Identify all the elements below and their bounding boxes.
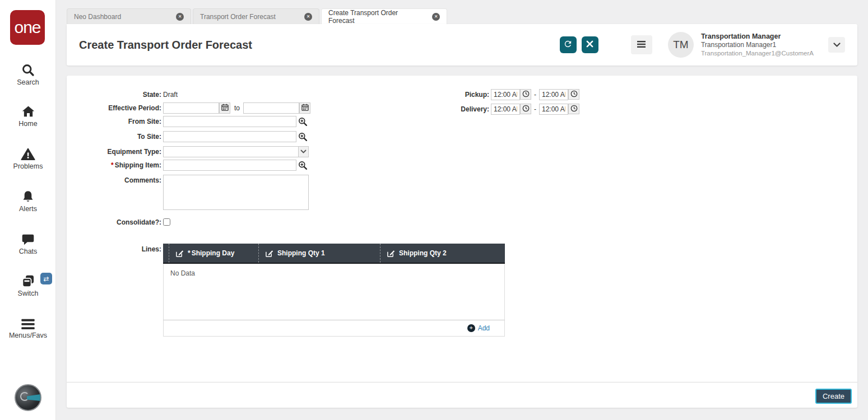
neo-assistant-icon[interactable]	[15, 384, 41, 411]
delivery-end-input[interactable]	[539, 104, 568, 115]
refresh-icon	[563, 39, 573, 50]
tab-transport-order-forecast[interactable]: Transport Order Forecast ✕	[193, 8, 319, 24]
tab-close-icon[interactable]: ✕	[432, 13, 440, 21]
bell-icon	[0, 189, 56, 204]
column-label: Shipping Qty 1	[277, 249, 325, 257]
header-menu-button[interactable]	[631, 35, 652, 54]
pickup-end-input[interactable]	[539, 89, 568, 100]
column-label: Shipping Day	[192, 249, 235, 257]
delivery-start-input[interactable]	[491, 104, 520, 115]
clock-icon	[570, 105, 578, 114]
tab-close-icon[interactable]: ✕	[176, 13, 184, 21]
pickup-start-timebox	[491, 89, 531, 100]
sidebar-item-label: Problems	[0, 162, 56, 170]
tab-neo-dashboard[interactable]: Neo Dashboard ✕	[67, 8, 191, 24]
effective-period-end-input[interactable]	[243, 102, 299, 114]
sidebar-item-label: Menus/Favs	[0, 332, 56, 339]
add-line-button[interactable]: + Add	[467, 324, 490, 332]
delivery-row: Delivery: -	[405, 104, 579, 115]
comments-row: Comments:	[67, 175, 505, 210]
sidebar-item-home[interactable]: Home	[0, 104, 56, 128]
from-site-label: From Site:	[67, 116, 163, 125]
one-logo-text: one	[14, 18, 40, 37]
tab-create-transport-order-forecast[interactable]: Create Transport Order Forecast ✕	[321, 8, 447, 26]
pickup-start-input[interactable]	[491, 89, 520, 100]
calendar-button[interactable]	[299, 102, 310, 114]
sidebar-item-search[interactable]: Search	[0, 63, 56, 86]
sidebar-item-label: Search	[0, 78, 56, 86]
no-data-text: No Data	[170, 269, 195, 277]
lines-table-body: No Data	[163, 264, 505, 320]
avatar[interactable]: TM	[668, 32, 694, 58]
menu-bars-icon	[0, 318, 56, 331]
column-header-shipping-qty-1[interactable]: Shipping Qty 1	[258, 244, 380, 263]
user-email: Transportation_Manager1@CustomerA	[701, 49, 814, 57]
delivery-label: Delivery:	[405, 105, 491, 113]
plus-circle-icon: +	[467, 324, 475, 332]
sidebar-item-chats[interactable]: Chats	[0, 232, 56, 255]
equipment-type-value	[164, 147, 298, 157]
user-name: Transportation Manager1	[701, 41, 814, 49]
effective-period-start-input[interactable]	[163, 102, 219, 114]
state-label: State:	[67, 89, 163, 99]
calendar-button[interactable]	[219, 102, 230, 114]
clock-button[interactable]	[568, 104, 579, 114]
close-page-button[interactable]	[582, 36, 598, 53]
column-label: Shipping Qty 2	[399, 249, 447, 257]
swap-arrows-icon: ⇄	[43, 275, 49, 283]
edit-icon	[387, 249, 395, 258]
consolidate-checkbox[interactable]	[163, 218, 170, 226]
shipping-item-label: *Shipping Item:	[67, 160, 163, 169]
create-button[interactable]: Create	[815, 389, 852, 404]
warning-icon	[0, 147, 56, 162]
pickup-label: Pickup:	[405, 91, 491, 99]
clock-button[interactable]	[520, 89, 531, 100]
form-panel: State: Draft Effective Period: to From S…	[67, 76, 857, 408]
close-icon	[586, 40, 593, 49]
avatar-initials: TM	[673, 39, 688, 51]
to-site-input[interactable]	[163, 131, 296, 142]
sidebar-item-label: Chats	[0, 248, 56, 255]
clock-button[interactable]	[568, 89, 579, 100]
one-logo[interactable]: one	[10, 10, 45, 45]
lines-label: Lines:	[67, 244, 163, 253]
required-marker: *	[111, 161, 114, 169]
comments-textarea[interactable]	[163, 175, 309, 210]
lines-table-header: * Shipping Day Shipping Qty 1 Shipping Q…	[163, 244, 505, 264]
user-menu-button[interactable]	[828, 37, 845, 53]
lookup-zoom-icon[interactable]	[298, 132, 308, 144]
shipping-item-row: *Shipping Item:	[67, 160, 505, 172]
tab-bar: Neo Dashboard ✕ Transport Order Forecast…	[67, 8, 449, 26]
column-header-shipping-day[interactable]: * Shipping Day	[169, 244, 258, 263]
chevron-down-icon[interactable]	[298, 147, 308, 157]
lookup-zoom-icon[interactable]	[298, 117, 308, 129]
sidebar-item-menus-favs[interactable]: Menus/Favs	[0, 318, 56, 339]
clock-icon	[570, 90, 578, 99]
delivery-end-timebox	[539, 104, 579, 115]
page-title: Create Transport Order Forecast	[79, 39, 252, 52]
calendar-icon	[301, 104, 309, 113]
sidebar-item-label: Home	[0, 120, 56, 128]
search-icon	[0, 63, 56, 78]
form-left-column: State: Draft Effective Period: to From S…	[67, 89, 505, 339]
from-site-input[interactable]	[163, 116, 296, 127]
sidebar-item-problems[interactable]: Problems	[0, 147, 56, 170]
header-actions: TM Transportation Manager Transportation…	[560, 32, 845, 58]
form-right-column: Pickup: - Delivery:	[405, 89, 579, 118]
switch-env-badge[interactable]: ⇄	[40, 273, 52, 284]
sidebar-item-alerts[interactable]: Alerts	[0, 189, 56, 213]
lookup-zoom-icon[interactable]	[298, 161, 308, 172]
comments-label: Comments:	[67, 175, 163, 184]
user-role: Transportation Manager	[701, 32, 814, 41]
sidebar-item-label: Alerts	[0, 205, 56, 213]
delivery-start-timebox	[491, 104, 531, 115]
column-header-shipping-qty-2[interactable]: Shipping Qty 2	[380, 244, 505, 263]
refresh-button[interactable]	[560, 36, 577, 53]
page-header: Create Transport Order Forecast TM Trans…	[67, 24, 857, 66]
tab-close-icon[interactable]: ✕	[304, 13, 312, 21]
clock-icon	[522, 90, 530, 99]
clock-button[interactable]	[520, 104, 531, 114]
shipping-item-input[interactable]	[163, 160, 296, 171]
equipment-type-select[interactable]	[163, 146, 309, 157]
pickup-row: Pickup: -	[405, 89, 579, 100]
